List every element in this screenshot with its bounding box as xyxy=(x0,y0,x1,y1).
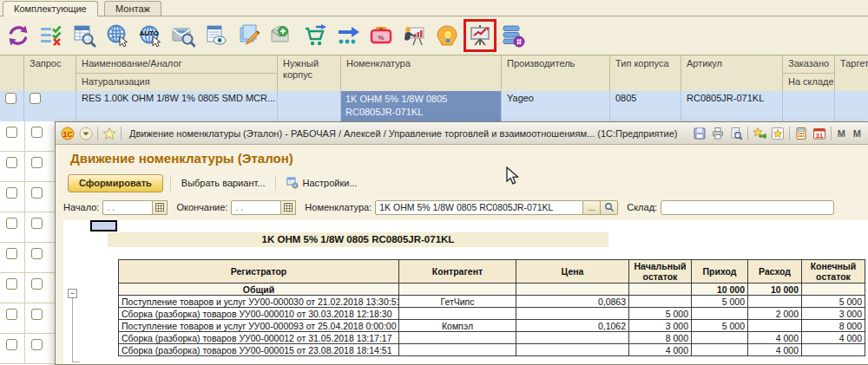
list-eye-icon[interactable] xyxy=(204,23,228,48)
table-search-icon[interactable] xyxy=(72,23,96,48)
settings-button[interactable]: Настройки... xyxy=(283,175,360,191)
memory-button[interactable]: M xyxy=(852,128,863,139)
end-calendar-button[interactable] xyxy=(281,200,296,215)
start-date-input[interactable]: . . xyxy=(102,200,153,215)
route-arrow-icon[interactable] xyxy=(336,23,360,48)
preview-icon[interactable] xyxy=(729,127,743,140)
table-row[interactable] xyxy=(0,212,55,243)
table-row[interactable] xyxy=(0,121,55,152)
cell-ordered[interactable] xyxy=(783,91,835,121)
calculator-icon[interactable] xyxy=(794,127,808,140)
cell-name-analog[interactable]: RES 1.00K OHM 1/8W 1% 0805 SMD MCR... xyxy=(76,91,278,121)
report-total-row[interactable]: Общий 10 000 10 000 xyxy=(119,284,865,296)
header-ordered-stock[interactable]: Заказано На складе xyxy=(783,55,835,92)
nomenclature-input[interactable]: 1K OHM 5% 1/8W 0805 RC0805JR-071KL xyxy=(375,200,583,215)
save-icon[interactable] xyxy=(693,127,707,140)
settings-icon xyxy=(286,177,299,189)
table-row[interactable] xyxy=(0,182,55,212)
presentation-icon[interactable] xyxy=(402,23,426,48)
report-canvas: 1K OHM 5% 1/8W 0805 RC0805JR-071KL − Рег… xyxy=(63,220,868,364)
tab-komplektuyushchie[interactable]: Комплектующие xyxy=(3,1,98,16)
header-article[interactable]: Артикул xyxy=(681,55,783,92)
table-row[interactable] xyxy=(0,303,55,334)
report-row[interactable]: Поступление товаров и услуг УУ00-000030 … xyxy=(119,296,865,308)
request-checkbox[interactable] xyxy=(31,157,43,168)
globe-cursor-icon[interactable] xyxy=(105,23,129,48)
header-manufacturer[interactable]: Производитель xyxy=(502,55,610,92)
match-check-list-icon[interactable] xyxy=(39,23,63,48)
report-row[interactable]: Сборка (разборка) товаров УУ00-000010 от… xyxy=(119,308,865,320)
favorites-box-icon[interactable] xyxy=(771,127,785,140)
calendar-icon[interactable]: 31 xyxy=(812,127,826,140)
cell-nomenclature-selected[interactable]: 1K OHM 5% 1/8W 0805 RC0805JR-071KL xyxy=(341,91,502,121)
request-checkbox[interactable] xyxy=(31,339,43,350)
start-calendar-button[interactable] xyxy=(153,200,168,215)
header-target[interactable]: Таргет xyxy=(835,55,868,92)
chart-report-icon[interactable] xyxy=(468,23,492,48)
cell-manufacturer[interactable]: Yageo xyxy=(502,91,610,121)
row-checkbox[interactable] xyxy=(6,127,17,138)
request-checkbox[interactable] xyxy=(31,127,43,138)
header-body-type[interactable]: Тип корпуса xyxy=(610,55,681,92)
group-collapse-toggle[interactable]: − xyxy=(68,289,77,298)
row-checkbox[interactable] xyxy=(6,157,17,168)
request-checkbox[interactable] xyxy=(31,187,43,199)
globe-auto-icon[interactable]: AUTO xyxy=(138,23,162,48)
row-checkbox[interactable] xyxy=(6,218,17,229)
col-contragent: Контрагент xyxy=(399,260,516,284)
table-row[interactable] xyxy=(0,243,55,273)
row-checkbox[interactable] xyxy=(5,93,16,104)
report-row[interactable]: Сборка (разборка) товаров УУ00-000012 от… xyxy=(119,332,865,344)
request-checkbox[interactable] xyxy=(31,278,43,290)
table-row[interactable] xyxy=(0,273,55,303)
refresh-icon[interactable] xyxy=(6,23,30,48)
row-checkbox[interactable] xyxy=(6,309,17,320)
cell-article[interactable]: RC0805JR-071KL xyxy=(681,91,783,121)
report-table: Регистратор Контрагент Цена Начальный ос… xyxy=(118,259,865,356)
cart-icon[interactable] xyxy=(303,23,327,48)
request-checkbox[interactable] xyxy=(31,248,43,259)
warehouse-input[interactable] xyxy=(661,200,834,215)
mail-search-icon[interactable] xyxy=(171,23,195,48)
nomenclature-search-button[interactable] xyxy=(601,200,618,215)
cell-target[interactable] xyxy=(835,91,868,121)
header-request[interactable]: Запрос xyxy=(24,55,76,92)
row-checkbox[interactable] xyxy=(6,248,17,259)
choose-variant-button[interactable]: Выбрать вариант... xyxy=(178,176,269,190)
header-nomenclature[interactable]: Номенклатура xyxy=(341,55,502,92)
row-checkbox[interactable] xyxy=(6,187,17,199)
window-titlebar[interactable]: 1С Движение номенклатуры (Эталон) - РАБО… xyxy=(56,122,868,145)
memory-button[interactable]: M xyxy=(836,128,847,139)
cell-body-type[interactable]: 0805 xyxy=(610,91,681,121)
note-edit-icon[interactable] xyxy=(237,23,261,48)
parts-table-rows-strip xyxy=(0,121,55,365)
row-checkbox[interactable] xyxy=(6,278,17,290)
cell-needed-body[interactable] xyxy=(278,91,341,121)
mail-add-icon[interactable] xyxy=(270,23,294,48)
nomenclature-ellipsis-button[interactable]: ... xyxy=(583,200,601,215)
report-row[interactable]: Сборка (разборка) товаров УУ00-000015 от… xyxy=(119,344,865,356)
database-icon[interactable] xyxy=(501,23,525,48)
table-row[interactable] xyxy=(0,334,55,364)
print-icon[interactable] xyxy=(711,127,725,140)
request-checkbox[interactable] xyxy=(31,218,43,229)
report-row[interactable]: Поступление товаров и услуг УУ00-000093 … xyxy=(119,320,865,332)
tab-montazh[interactable]: Монтаж xyxy=(104,1,161,16)
dropdown-icon[interactable] xyxy=(79,127,93,140)
row-checkbox[interactable] xyxy=(6,339,17,350)
header-needed-body[interactable]: Нужный корпус xyxy=(278,55,341,92)
add-favorite-icon[interactable] xyxy=(753,127,766,140)
report-actions: Сформировать Выбрать вариант... Настройк… xyxy=(68,173,361,193)
request-checkbox[interactable] xyxy=(30,93,41,104)
favorites-star-icon[interactable] xyxy=(102,127,116,140)
table-row[interactable]: RES 1.00K OHM 1/8W 1% 0805 SMD MCR... 1K… xyxy=(0,91,868,122)
end-date-input[interactable]: . . xyxy=(231,200,281,215)
price-tag-icon[interactable]: % xyxy=(369,23,393,48)
request-checkbox[interactable] xyxy=(31,309,43,320)
idea-head-icon[interactable] xyxy=(435,23,459,48)
table-row[interactable] xyxy=(0,152,55,182)
generate-button[interactable]: Сформировать xyxy=(68,174,163,192)
start-label: Начало: xyxy=(63,202,99,212)
header-name-analog[interactable]: Наименование/Аналог Натурализация xyxy=(76,55,278,92)
selected-cell-marker[interactable] xyxy=(90,220,117,231)
